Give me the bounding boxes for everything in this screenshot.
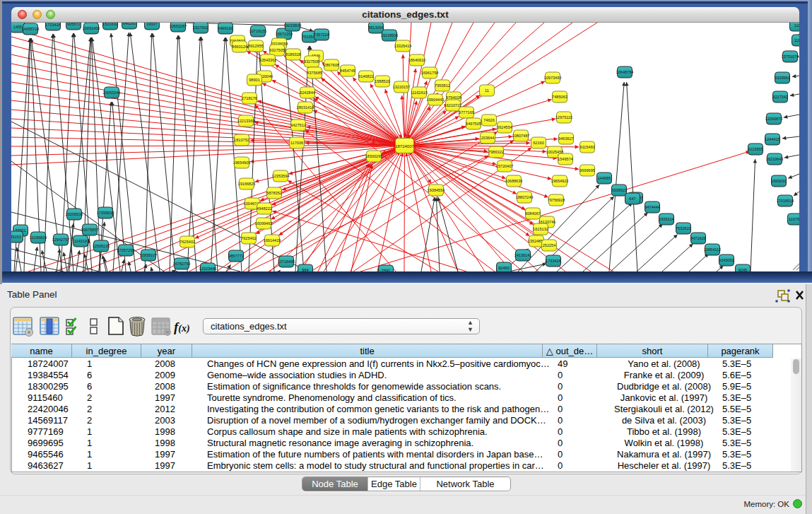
svg-text:8813054: 8813054 xyxy=(368,25,384,30)
svg-text:18724007: 18724007 xyxy=(395,144,414,148)
svg-text:10671355: 10671355 xyxy=(276,32,293,36)
svg-text:9327508: 9327508 xyxy=(304,59,319,64)
svg-text:16210722: 16210722 xyxy=(445,103,462,107)
svg-text:8912955: 8912955 xyxy=(248,44,264,48)
svg-text:10648784: 10648784 xyxy=(616,70,634,74)
svg-text:1733426: 1733426 xyxy=(546,259,561,263)
svg-text:9242844: 9242844 xyxy=(300,90,315,95)
svg-text:9329961: 9329961 xyxy=(775,76,790,80)
svg-text:10688639: 10688639 xyxy=(505,179,523,183)
svg-text:1615132: 1615132 xyxy=(533,227,548,231)
svg-text:4948222: 4948222 xyxy=(257,206,272,211)
svg-text:18807249: 18807249 xyxy=(516,195,534,199)
svg-text:647: 647 xyxy=(629,197,635,201)
svg-text:3624554: 3624554 xyxy=(497,125,512,129)
svg-text:13325419: 13325419 xyxy=(394,44,412,48)
svg-text:17359938: 17359938 xyxy=(97,211,114,215)
svg-text:10543362: 10543362 xyxy=(259,58,277,62)
svg-text:10958107: 10958107 xyxy=(140,253,158,257)
svg-text:8660124: 8660124 xyxy=(232,45,247,49)
svg-text:12156829: 12156829 xyxy=(30,235,47,240)
svg-text:7485063: 7485063 xyxy=(552,95,567,99)
svg-text:10653287: 10653287 xyxy=(170,24,187,28)
svg-text:39153: 39153 xyxy=(11,235,21,239)
svg-text:12323446: 12323446 xyxy=(199,267,217,271)
svg-text:964: 964 xyxy=(302,268,308,271)
svg-text:13220157: 13220157 xyxy=(393,85,411,89)
svg-text:19654905: 19654905 xyxy=(233,160,251,165)
svg-text:9474444: 9474444 xyxy=(645,205,660,209)
svg-text:f(x): f(x) xyxy=(174,320,190,334)
svg-text:20053346: 20053346 xyxy=(103,90,121,95)
svg-text:10973493: 10973493 xyxy=(544,76,562,80)
svg-text:11124: 11124 xyxy=(794,38,799,42)
svg-text:15720407: 15720407 xyxy=(496,164,514,168)
svg-text:8186328: 8186328 xyxy=(286,52,301,57)
svg-text:18300295: 18300295 xyxy=(365,154,383,158)
svg-text:5878352: 5878352 xyxy=(266,191,282,195)
svg-text:1549574: 1549574 xyxy=(558,157,573,161)
svg-text:12975115: 12975115 xyxy=(555,115,572,119)
svg-text:20091406: 20091406 xyxy=(83,26,100,30)
svg-text:10654112: 10654112 xyxy=(704,247,721,252)
svg-text:19937: 19937 xyxy=(146,23,158,26)
svg-text:14136141: 14136141 xyxy=(514,253,532,257)
svg-text:5938923: 5938923 xyxy=(611,188,627,192)
svg-text:10807487: 10807487 xyxy=(512,134,530,138)
svg-text:28031414: 28031414 xyxy=(297,105,314,110)
svg-text:12505135: 12505135 xyxy=(93,244,110,248)
svg-text:9857771: 9857771 xyxy=(228,254,244,258)
svg-text:16210643: 16210643 xyxy=(766,157,784,161)
svg-text:116753: 116753 xyxy=(789,217,799,221)
svg-text:905572: 905572 xyxy=(67,23,81,26)
svg-text:16914429: 16914429 xyxy=(264,238,281,243)
svg-text:16099463: 16099463 xyxy=(255,221,273,226)
svg-text:12213369: 12213369 xyxy=(237,119,255,123)
svg-text:203644: 203644 xyxy=(481,136,495,140)
svg-text:9427512: 9427512 xyxy=(290,123,306,127)
svg-text:8454749: 8454749 xyxy=(340,69,355,73)
svg-text:1244415: 1244415 xyxy=(765,137,780,141)
svg-text:12942757: 12942757 xyxy=(52,238,70,242)
svg-text:9227342: 9227342 xyxy=(772,95,788,99)
svg-text:2935114: 2935114 xyxy=(659,217,673,221)
svg-text:13716485: 13716485 xyxy=(278,259,295,264)
svg-text:7955812: 7955812 xyxy=(435,83,450,88)
svg-text:92450: 92450 xyxy=(498,266,510,270)
svg-text:6466160: 6466160 xyxy=(218,26,233,30)
svg-text:9777169: 9777169 xyxy=(459,110,474,115)
svg-text:1810752: 1810752 xyxy=(234,138,249,142)
svg-text:9794028: 9794028 xyxy=(446,95,461,100)
svg-text:11: 11 xyxy=(485,88,489,93)
svg-text:7625402: 7625402 xyxy=(241,236,257,240)
svg-text:11162615: 11162615 xyxy=(411,90,428,95)
svg-text:12353594: 12353594 xyxy=(272,174,290,178)
svg-text:252254: 252254 xyxy=(543,243,556,247)
svg-text:9327505: 9327505 xyxy=(269,48,285,52)
svg-text:1405: 1405 xyxy=(13,25,22,29)
svg-text:9245: 9245 xyxy=(739,268,747,271)
svg-text:10719155: 10719155 xyxy=(249,29,267,33)
svg-text:14055724: 14055724 xyxy=(22,27,40,31)
svg-text:79756928: 79756928 xyxy=(548,198,565,202)
svg-text:9463627: 9463627 xyxy=(558,136,574,141)
svg-text:7986322: 7986322 xyxy=(488,150,504,154)
svg-text:1521602: 1521602 xyxy=(102,23,118,26)
svg-text:30975857: 30975857 xyxy=(81,228,99,232)
svg-text:117006: 117006 xyxy=(290,141,303,145)
svg-text:1733426: 1733426 xyxy=(45,23,61,27)
svg-text:646160: 646160 xyxy=(123,23,136,25)
svg-text:7592: 7592 xyxy=(382,269,390,271)
svg-text:19218506: 19218506 xyxy=(381,33,399,37)
svg-text:98901: 98901 xyxy=(249,78,260,82)
svg-text:1588520: 1588520 xyxy=(375,79,390,83)
svg-text:16782759: 16782759 xyxy=(173,262,191,266)
svg-text:9146821: 9146821 xyxy=(358,74,374,78)
svg-text:1527602: 1527602 xyxy=(193,25,208,30)
svg-text:2718176: 2718176 xyxy=(242,96,257,100)
svg-text:16033809: 16033809 xyxy=(284,23,302,28)
svg-text:2867608: 2867608 xyxy=(324,63,339,67)
svg-text:15751074: 15751074 xyxy=(782,54,799,59)
svg-text:17357255: 17357255 xyxy=(117,248,135,252)
svg-text:16961758: 16961758 xyxy=(421,71,439,75)
